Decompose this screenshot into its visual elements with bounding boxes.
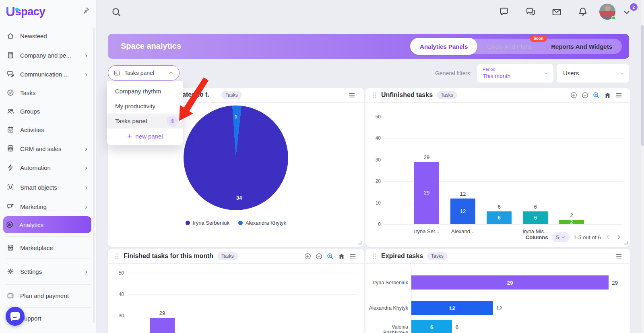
sidebar-item-label: Communication ... [20,71,69,78]
legend-item[interactable]: Iryna Serbeniuk [186,220,229,226]
sidebar-divider [6,284,90,285]
card-title-fragment: ated to t. [182,91,209,98]
sidebar-item-activities[interactable]: Activities [4,122,91,138]
bar-inner-label: 6 [487,215,511,221]
sidebar-item-label: CRM and sales [20,145,62,152]
topbar: 2 99+ [97,0,644,24]
zoom-in-icon[interactable] [304,252,312,260]
menu-icon[interactable] [349,252,357,260]
sidebar-item-analytics[interactable]: Analytics [3,216,91,233]
gridline [384,224,623,225]
selection-zoom-icon[interactable] [592,91,600,99]
tab-goals-and-plans[interactable]: Goals And Plans Soon [477,39,541,54]
sidebar-scrollbar[interactable] [93,27,95,323]
legend-item[interactable]: Alexandra Khytyk [238,220,286,226]
y-tick-label: 0 [368,221,381,227]
database-icon [6,145,14,153]
chevron-right-icon: › [85,184,87,191]
sidebar-item-label: Tasks [20,89,35,96]
menu-icon[interactable] [348,91,356,99]
pagination-prev-icon[interactable] [605,234,611,240]
sidebar-item-groups[interactable]: Groups [4,103,91,119]
app-screen: 2 99+ U spacy NewsfeedCompany and pe...›… [0,0,644,333]
new-panel-button[interactable]: new panel [107,128,183,144]
storefront-icon [6,244,14,252]
chevron-right-icon: › [85,71,87,78]
drag-handle-icon[interactable] [115,253,119,259]
sidebar-item-communication[interactable]: Communication ...› [4,66,91,82]
zoom-out-icon[interactable] [581,91,589,99]
sidebar-item-label: Analytics [19,221,43,228]
period-filter-value: This month [483,73,510,79]
analytics-icon [6,221,14,229]
y-tick-label: 40 [368,135,381,141]
drag-handle-icon[interactable] [373,253,376,259]
comment-icon[interactable] [499,6,509,17]
users-filter[interactable]: Users [557,64,629,83]
search-icon[interactable] [111,7,122,17]
chevron-right-icon: › [85,164,87,171]
zoom-in-icon[interactable] [570,91,578,99]
gear-icon [6,267,14,275]
chevron-down-icon[interactable] [622,8,631,17]
y-tick-label: 30 [368,157,381,163]
y-tick-label: 50 [368,114,381,120]
menu-item-my-productivity[interactable]: My productivity [107,99,183,114]
pin-icon[interactable] [81,6,90,15]
row-label: Alexandra Khytyk [367,305,408,311]
support-chat-launcher[interactable] [6,307,25,326]
chevron-up-icon [168,70,174,76]
sidebar-item-newsfeed[interactable]: Newsfeed [4,28,91,44]
bar-value-label: 6 [455,324,458,330]
sidebar-item-automation[interactable]: Automation› [4,159,91,176]
banner-tabs: Analytics Panels Goals And Plans Soon Re… [410,39,622,54]
sidebar-item-marketing[interactable]: Marketing› [4,199,91,215]
drag-handle-icon[interactable] [373,92,376,98]
sidebar-item-smart-objects[interactable]: Smart objects› [4,179,91,195]
gridline [384,138,623,139]
sidebar-item-settings[interactable]: Settings› [4,263,91,279]
card-header: Finished tasks for this month Tasks [108,249,364,264]
chats-icon[interactable] [525,7,536,17]
panel-select[interactable]: Tasks panel [108,65,180,81]
bar-value-label: 12 [496,305,502,311]
sidebar-item-plan-and-payment[interactable]: Plan and payment [4,287,91,304]
tab-reports-and-widgets[interactable]: Reports And Widgets [541,39,622,54]
page-scrollbar-thumb[interactable] [641,25,644,146]
mail-icon[interactable] [551,7,562,17]
menu-icon[interactable] [615,91,623,99]
resize-handle[interactable] [358,241,361,244]
pagination-next-icon[interactable] [615,234,622,240]
home-icon[interactable] [604,91,611,99]
panel-icon [114,70,120,77]
sidebar-item-label: Marketplace [20,244,53,251]
logo[interactable]: U spacy [6,5,45,19]
selection-zoom-icon[interactable] [326,252,334,260]
tab-analytics-panels[interactable]: Analytics Panels [410,38,477,55]
zoom-out-icon[interactable] [315,252,323,260]
menu-item-label: Company rhythm [115,88,161,95]
panel-settings-gear-icon[interactable] [167,116,178,127]
online-status-dot [611,16,616,20]
period-filter[interactable]: Period This month [477,64,553,83]
menu-item-company-rhythm[interactable]: Company rhythm [107,84,183,99]
chevron-down-icon [543,71,549,76]
sidebar-item-company-and-pe[interactable]: Company and pe...› [4,47,91,63]
bell-icon[interactable] [578,6,588,17]
chat-bubble-icon [10,312,20,320]
resize-handle[interactable] [624,241,627,244]
bar-inner-label: 12 [449,305,455,311]
home-icon[interactable] [338,252,345,260]
sidebar-item-crm-and-sales[interactable]: CRM and sales› [4,141,91,157]
sidebar-item-label: Newsfeed [20,33,47,39]
sidebar-item-marketplace[interactable]: Marketplace [4,240,91,256]
pie-value-small: 1 [235,114,237,120]
logo-name: spacy [15,5,45,19]
card-title: Unfinished tasks [381,91,433,99]
sidebar-divider [6,258,90,259]
menu-item-tasks-panel[interactable]: Tasks panel [107,114,183,128]
menu-icon[interactable] [615,252,623,260]
bar-value-label: 29 [612,280,618,286]
smart-object-icon [6,183,14,191]
sidebar-item-tasks[interactable]: Tasks [4,85,91,101]
